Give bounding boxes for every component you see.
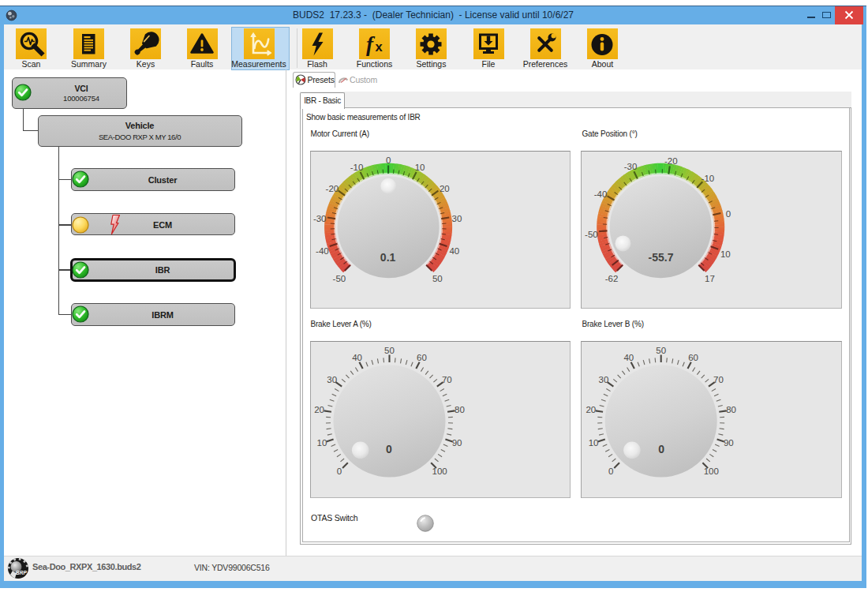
svg-text:80: 80 bbox=[726, 406, 736, 415]
svg-text:30: 30 bbox=[327, 375, 337, 384]
svg-text:10: 10 bbox=[414, 163, 425, 173]
svg-text:20: 20 bbox=[314, 406, 324, 415]
svg-text:50: 50 bbox=[384, 346, 395, 355]
svg-text:-20: -20 bbox=[664, 156, 678, 166]
svg-text:0: 0 bbox=[608, 466, 613, 476]
svg-text:50: 50 bbox=[432, 274, 442, 283]
svg-text:-10: -10 bbox=[350, 163, 363, 173]
svg-text:0: 0 bbox=[385, 155, 390, 165]
svg-text:70: 70 bbox=[441, 375, 451, 384]
svg-text:30: 30 bbox=[599, 375, 609, 384]
svg-text:60: 60 bbox=[417, 354, 427, 363]
svg-text:f: f bbox=[366, 32, 376, 55]
svg-text:70: 70 bbox=[713, 375, 724, 384]
svg-text:20: 20 bbox=[439, 184, 449, 193]
svg-text:x: x bbox=[376, 39, 383, 53]
svg-text:17: 17 bbox=[705, 274, 715, 283]
svg-text:80: 80 bbox=[455, 406, 465, 415]
svg-text:-62: -62 bbox=[605, 274, 619, 283]
svg-text:100: 100 bbox=[704, 466, 719, 476]
svg-text:40: 40 bbox=[624, 354, 634, 363]
svg-text:60: 60 bbox=[688, 354, 698, 363]
svg-text:BRP: BRP bbox=[16, 570, 27, 575]
svg-text:100: 100 bbox=[432, 466, 447, 476]
svg-text:0: 0 bbox=[336, 466, 341, 476]
svg-text:-20: -20 bbox=[325, 184, 339, 193]
svg-text:-40: -40 bbox=[594, 190, 608, 200]
svg-text:-30: -30 bbox=[312, 214, 326, 223]
svg-text:30: 30 bbox=[451, 214, 462, 223]
svg-text:0: 0 bbox=[726, 209, 731, 219]
svg-text:-50: -50 bbox=[332, 274, 346, 283]
svg-text:50: 50 bbox=[657, 346, 667, 355]
svg-text:-50: -50 bbox=[585, 230, 598, 239]
svg-text:40: 40 bbox=[352, 354, 362, 363]
svg-text:-30: -30 bbox=[624, 163, 638, 172]
svg-text:-10: -10 bbox=[702, 174, 715, 183]
svg-text:20: 20 bbox=[586, 406, 597, 415]
